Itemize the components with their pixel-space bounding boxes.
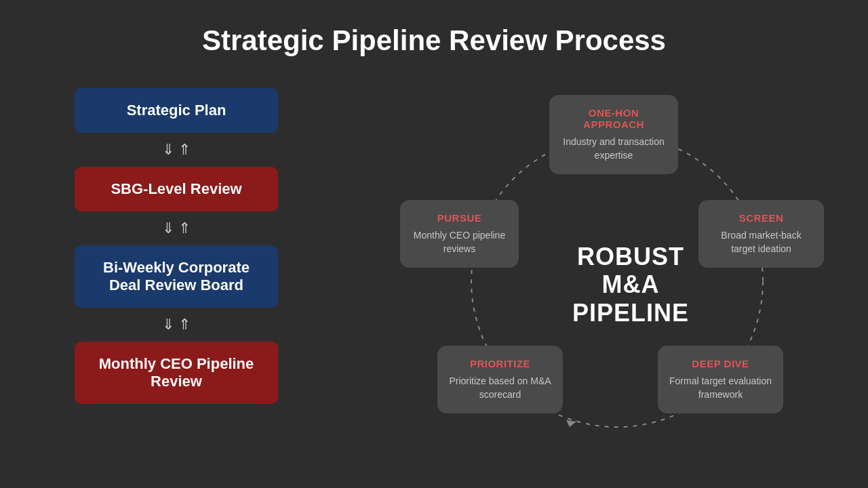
page-title: Strategic Pipeline Review Process [0,0,868,70]
arrow-up-2: ⇑ [178,220,191,237]
card-prioritize-title: PRIORITIZE [448,358,552,369]
svg-marker-1 [566,420,576,427]
sbg-level-review-box: SBG-Level Review [75,167,278,211]
monthly-ceo-review-box: Monthly CEO Pipeline Review [75,342,278,404]
card-prioritize-desc: Prioritize based on M&A scorecard [448,375,552,401]
card-pursue: PURSUE Monthly CEO pipeline reviews [400,200,519,268]
arrow-down-2: ⇓ [162,220,174,237]
arrows-3: ⇓ ⇑ [162,308,191,342]
left-column: Strategic Plan ⇓ ⇑ SBG-Level Review ⇓ ⇑ … [75,88,278,404]
card-deep-dive: DEEP DIVE Formal target evaluation frame… [658,346,783,413]
card-prioritize: PRIORITIZE Prioritize based on M&A score… [437,346,563,413]
card-deep-dive-title: DEEP DIVE [669,358,772,369]
card-pursue-desc: Monthly CEO pipeline reviews [411,229,508,256]
arrows-2: ⇓ ⇑ [162,211,191,245]
card-one-hon-desc: Industry and transaction expertise [560,136,667,162]
card-screen-desc: Broad market-back target ideation [709,229,813,256]
card-one-hon-title: ONE-HON APPROACH [560,107,667,130]
card-screen: SCREEN Broad market-back target ideation [698,200,824,268]
biweekly-board-box: Bi-Weekly Corporate Deal Review Board [75,245,278,308]
arrow-up-1: ⇑ [178,141,191,159]
arrows-1: ⇓ ⇑ [162,133,191,167]
arrow-up-3: ⇑ [178,316,191,333]
right-section: ROBUST M&A PIPELINE ONE-HON APPROACH Ind… [366,81,854,461]
arrow-down-1: ⇓ [162,141,174,159]
strategic-plan-box: Strategic Plan [75,88,278,133]
arrow-down-3: ⇓ [162,316,174,333]
card-one-hon: ONE-HON APPROACH Industry and transactio… [549,95,678,174]
card-pursue-title: PURSUE [411,212,508,224]
center-pipeline-label: ROBUST M&A PIPELINE [572,243,689,327]
card-screen-title: SCREEN [709,212,813,224]
card-deep-dive-desc: Formal target evaluation framework [669,375,772,401]
